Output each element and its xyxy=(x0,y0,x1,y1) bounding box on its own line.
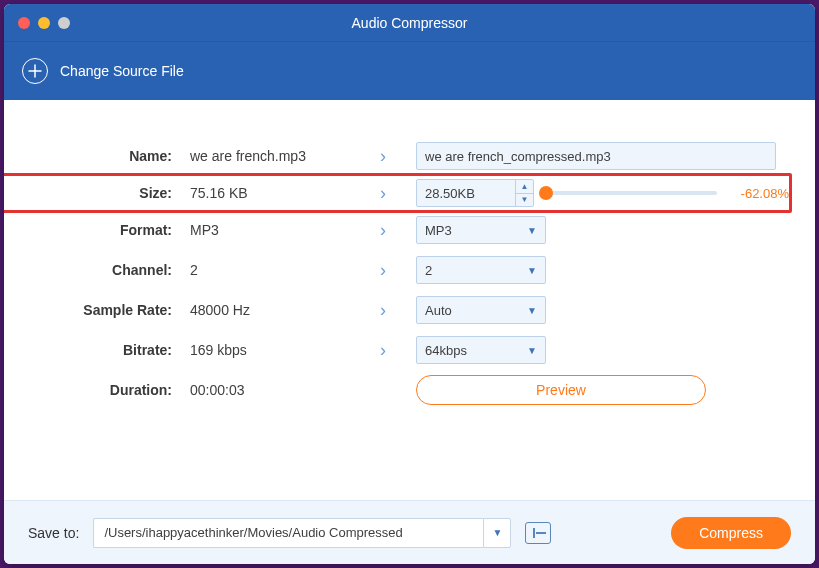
save-path-input[interactable] xyxy=(93,518,483,548)
duration-value: 00:00:03 xyxy=(190,382,380,398)
channel-select[interactable]: 2 ▼ xyxy=(416,256,546,284)
open-folder-icon[interactable] xyxy=(525,522,551,544)
chevron-down-icon: ▼ xyxy=(527,345,537,356)
format-label: Format: xyxy=(30,222,190,238)
size-stepper[interactable]: 28.50KB ▲ ▼ xyxy=(416,179,534,207)
chevron-right-icon: › xyxy=(380,146,416,167)
name-label: Name: xyxy=(30,148,190,164)
window-controls xyxy=(18,17,70,29)
duration-label: Duration: xyxy=(30,382,190,398)
content-area: Name: we are french.mp3 › Size: 75.16 KB… xyxy=(4,100,815,500)
toolbar: Change Source File xyxy=(4,42,815,100)
app-window: Audio Compressor Change Source File Name… xyxy=(4,4,815,564)
row-duration: Duration: 00:00:03 Preview xyxy=(30,370,789,410)
format-select[interactable]: MP3 ▼ xyxy=(416,216,546,244)
size-percent: -62.08% xyxy=(727,186,789,201)
close-icon[interactable] xyxy=(18,17,30,29)
format-original: MP3 xyxy=(190,222,380,238)
channel-original: 2 xyxy=(190,262,380,278)
sample-value: Auto xyxy=(425,303,452,318)
output-name-input[interactable] xyxy=(416,142,776,170)
row-bitrate: Bitrate: 169 kbps › 64kbps ▼ xyxy=(30,330,789,370)
size-target: 28.50KB xyxy=(417,180,515,206)
save-path-dropdown[interactable]: ▼ xyxy=(483,518,511,548)
channel-label: Channel: xyxy=(30,262,190,278)
sample-select[interactable]: Auto ▼ xyxy=(416,296,546,324)
chevron-down-icon: ▼ xyxy=(527,265,537,276)
row-name: Name: we are french.mp3 › xyxy=(30,136,789,176)
chevron-right-icon: › xyxy=(380,220,416,241)
preview-button[interactable]: Preview xyxy=(416,375,706,405)
chevron-down-icon: ▼ xyxy=(527,305,537,316)
stepper-down-icon[interactable]: ▼ xyxy=(516,194,533,207)
format-value: MP3 xyxy=(425,223,452,238)
minimize-icon[interactable] xyxy=(38,17,50,29)
row-size: Size: 75.16 KB › 28.50KB ▲ ▼ -62.08% xyxy=(4,173,792,213)
size-slider[interactable] xyxy=(546,191,717,195)
sample-original: 48000 Hz xyxy=(190,302,380,318)
size-original: 75.16 KB xyxy=(190,185,380,201)
sample-label: Sample Rate: xyxy=(30,302,190,318)
compress-button[interactable]: Compress xyxy=(671,517,791,549)
chevron-right-icon: › xyxy=(380,183,416,204)
row-format: Format: MP3 › MP3 ▼ xyxy=(30,210,789,250)
footer-bar: Save to: ▼ Compress xyxy=(4,500,815,564)
bitrate-label: Bitrate: xyxy=(30,342,190,358)
name-original: we are french.mp3 xyxy=(190,148,380,164)
chevron-right-icon: › xyxy=(380,260,416,281)
maximize-icon[interactable] xyxy=(58,17,70,29)
chevron-right-icon: › xyxy=(380,300,416,321)
add-file-icon[interactable] xyxy=(22,58,48,84)
stepper-up-icon[interactable]: ▲ xyxy=(516,180,533,194)
save-to-label: Save to: xyxy=(28,525,79,541)
change-source-button[interactable]: Change Source File xyxy=(60,63,184,79)
page-title: Audio Compressor xyxy=(4,15,815,31)
chevron-down-icon: ▼ xyxy=(492,527,502,538)
bitrate-original: 169 kbps xyxy=(190,342,380,358)
bitrate-select[interactable]: 64kbps ▼ xyxy=(416,336,546,364)
row-sample-rate: Sample Rate: 48000 Hz › Auto ▼ xyxy=(30,290,789,330)
chevron-down-icon: ▼ xyxy=(527,225,537,236)
channel-value: 2 xyxy=(425,263,432,278)
bitrate-value: 64kbps xyxy=(425,343,467,358)
size-label: Size: xyxy=(30,185,190,201)
slider-thumb-icon[interactable] xyxy=(539,186,553,200)
chevron-right-icon: › xyxy=(380,340,416,361)
row-channel: Channel: 2 › 2 ▼ xyxy=(30,250,789,290)
title-bar: Audio Compressor xyxy=(4,4,815,42)
